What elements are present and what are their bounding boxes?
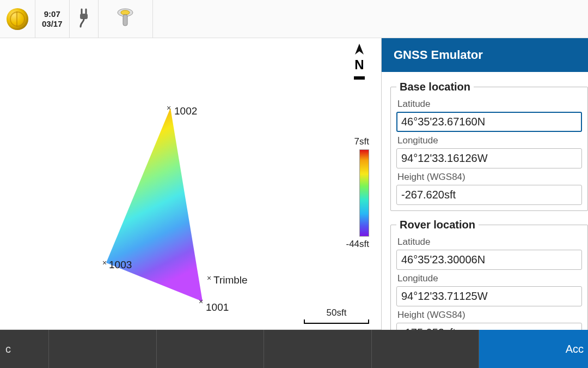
globe-icon (7, 8, 28, 30)
bottom-button-4[interactable] (264, 330, 372, 368)
svg-marker-10 (355, 44, 364, 55)
rover-lon-label: Longitude (397, 273, 581, 284)
map-view[interactable]: × 1002 × 1003 × 1001 × 1000 × Trimble N … (0, 38, 381, 330)
rover-location-group: Rover location Latitude Longitude Height… (390, 219, 588, 330)
svg-rect-3 (123, 15, 127, 26)
point-trimble: Trimble (213, 274, 248, 286)
bottom-toolbar: c Acc (0, 330, 588, 368)
base-location-legend: Base location (396, 81, 474, 93)
svg-marker-4 (106, 108, 203, 301)
bottom-button-3[interactable] (157, 330, 265, 368)
receiver-status[interactable] (99, 0, 153, 38)
panel-title: GNSS Emulator (382, 38, 588, 72)
base-height-input[interactable] (396, 185, 582, 205)
globe-status[interactable] (0, 0, 35, 38)
svg-text:×: × (102, 258, 107, 267)
north-arrow-icon (354, 44, 365, 57)
base-lat-label: Latitude (397, 99, 581, 110)
point-1000: 1000 (159, 328, 182, 330)
power-status[interactable] (70, 0, 99, 38)
rover-location-legend: Rover location (396, 219, 479, 231)
svg-text:×: × (167, 104, 171, 112)
status-bar: 9:07 03/17 (0, 0, 588, 38)
point-1002: 1002 (174, 105, 197, 117)
accept-button[interactable]: Acc (479, 330, 588, 368)
time-date-cell[interactable]: 9:07 03/17 (35, 0, 70, 38)
rover-height-input[interactable] (396, 323, 582, 330)
rover-latitude-input[interactable] (396, 250, 582, 270)
base-location-group: Base location Latitude Longitude Height … (390, 81, 588, 211)
base-longitude-input[interactable] (396, 148, 582, 168)
scale-line-icon (304, 319, 369, 324)
north-indicator: N ▬ (354, 44, 365, 79)
scale-label: 50sft (304, 307, 369, 318)
bottom-button-5[interactable] (372, 330, 480, 368)
rover-lat-label: Latitude (397, 237, 581, 248)
legend-gradient-icon (359, 149, 369, 237)
svg-point-2 (121, 10, 130, 15)
point-1003: 1003 (109, 259, 132, 270)
svg-text:×: × (207, 274, 211, 282)
rover-hgt-label: Height (WGS84) (397, 310, 581, 321)
antenna-icon (116, 7, 134, 31)
bottom-button-1[interactable]: c (0, 330, 49, 368)
gnss-emulator-panel: GNSS Emulator Base location Latitude Lon… (381, 38, 588, 330)
point-1001: 1001 (206, 301, 229, 313)
svg-text:×: × (151, 327, 156, 330)
svg-text:×: × (199, 297, 203, 306)
rover-longitude-input[interactable] (396, 286, 582, 306)
base-hgt-label: Height (WGS84) (397, 172, 581, 183)
survey-plot: × 1002 × 1003 × 1001 × 1000 × Trimble (0, 38, 381, 330)
legend-max: 7sft (354, 136, 369, 147)
base-latitude-input[interactable] (396, 112, 582, 132)
legend-min: -44sft (346, 239, 369, 250)
elevation-legend: 7sft -44sft (346, 136, 369, 250)
bottom-button-2[interactable] (49, 330, 157, 368)
base-lon-label: Longitude (397, 135, 581, 146)
scale-bar: 50sft (304, 307, 369, 324)
time-label: 9:07 (42, 9, 63, 19)
date-label: 03/17 (42, 19, 63, 29)
plug-icon (76, 8, 91, 30)
